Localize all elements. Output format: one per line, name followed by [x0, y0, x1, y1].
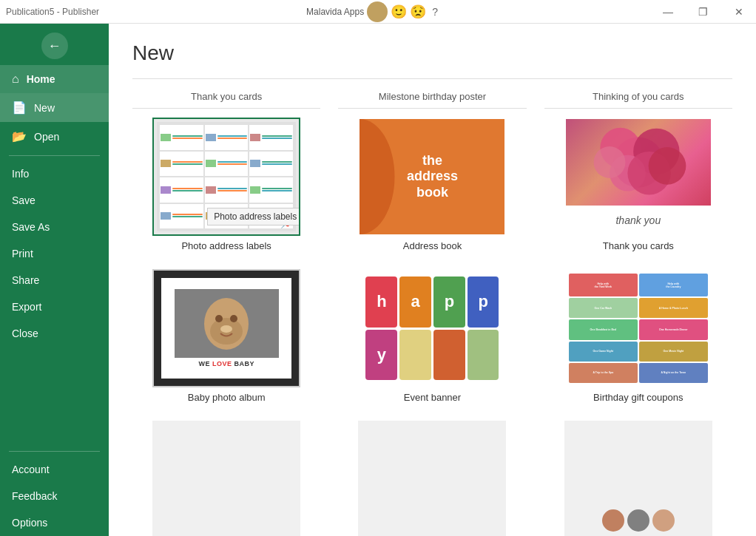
section-label-thankyou: Thank you cards [132, 91, 320, 109]
section-label-milestone: Milestone birthday poster [338, 91, 526, 109]
window-controls: — ❐ ✕ [651, 0, 756, 24]
sidebar-item-open[interactable]: 📂 Open [0, 122, 109, 151]
flower-svg [566, 119, 711, 206]
template-label-coupons: Birthday gift coupons [593, 392, 683, 403]
titlebar: Publication5 - Publisher Malavida Apps 🙂… [0, 0, 756, 24]
label-cell [205, 152, 249, 177]
banner-thumb: h a p p y [360, 271, 504, 386]
sidebar-divider-2 [9, 451, 100, 452]
banner-p2: p [468, 277, 499, 328]
close-button[interactable]: ✕ [722, 0, 756, 24]
frown-icon: 😟 [410, 4, 426, 20]
sidebar: ← ⌂ Home 📄 New 📂 Open Info Save Save As … [0, 0, 109, 536]
template-label-photo-labels: Photo address labels [181, 240, 271, 251]
coupon-10: A Night on the Town [639, 363, 708, 383]
main-content: New Thank you cards Milestone birthday p… [109, 0, 756, 536]
coupon-2: Help withthe Laundry [639, 274, 708, 296]
sidebar-item-save-as[interactable]: Save As [0, 214, 109, 240]
banner-empty1 [399, 330, 431, 381]
svg-point-5 [593, 146, 625, 178]
address-book-text: theaddressbook [407, 153, 458, 201]
malavida-label: Malavida Apps [306, 7, 364, 17]
template-grid-row2: WE LOVE BABY Baby photo album h a p p y [132, 269, 732, 421]
svg-point-10 [230, 315, 237, 322]
coupon-3: One Car Wash [569, 298, 638, 318]
svg-point-11 [220, 325, 232, 333]
coupon-9: A Trip to the Spa [569, 363, 638, 383]
template-birthday-gift-coupons[interactable]: Help withthe Yard Work Help withthe Laun… [544, 269, 732, 403]
template-thank-you-cards[interactable]: thank you Thank you cards [544, 118, 732, 251]
coupon-1: Help withthe Yard Work [569, 274, 638, 296]
options-label: Options [12, 517, 47, 529]
sidebar-item-info[interactable]: Info [0, 160, 109, 187]
account-label: Account [12, 464, 50, 475]
template-address-book[interactable]: theaddressbook Address book [338, 118, 526, 251]
template-event-banner[interactable]: h a p p y Event banner [338, 269, 526, 403]
malavida-badge: Malavida Apps 🙂 😟 ? [306, 1, 438, 22]
template-grid-row3 [132, 421, 732, 536]
pin-icon[interactable]: 📌 [280, 217, 293, 228]
sidebar-item-options[interactable]: Options [0, 509, 109, 536]
photo-labels-grid [157, 122, 296, 231]
close-label: Close [12, 328, 38, 339]
section-labels-row: Thank you cards Milestone birthday poste… [132, 91, 732, 109]
svg-point-6 [648, 147, 686, 185]
label-cell [205, 177, 249, 203]
template-label-baby: Baby photo album [188, 392, 266, 403]
banner-empty3 [468, 330, 499, 381]
template-baby-photo-album[interactable]: WE LOVE BABY Baby photo album [132, 269, 320, 403]
coupon-5: One Breakfast in Bed [569, 319, 638, 339]
page-title: New [132, 41, 732, 65]
template-label-banner: Event banner [404, 392, 461, 403]
sidebar-bottom: Account Feedback Options [0, 447, 109, 536]
label-cell [160, 125, 203, 150]
template-bottom-mid[interactable] [338, 421, 526, 536]
label-cell [249, 152, 293, 177]
sidebar-item-export[interactable]: Export [0, 294, 109, 320]
open-label: Open [34, 131, 59, 143]
avatar-1 [602, 509, 624, 532]
label-cell [160, 152, 203, 177]
label-cell [205, 204, 249, 229]
template-bottom-left[interactable] [132, 421, 320, 536]
info-label: Info [12, 168, 29, 180]
template-thumb-address-book: theaddressbook [358, 118, 506, 236]
save-as-label: Save As [12, 221, 50, 233]
sidebar-item-save[interactable]: Save [0, 187, 109, 214]
template-thumb-thank-you: thank you [564, 118, 712, 236]
label-cell [160, 204, 203, 229]
export-label: Export [12, 301, 41, 313]
template-thumb-bottom-left [152, 421, 300, 536]
share-label: Share [12, 274, 39, 286]
template-photo-address-labels[interactable]: Photo address labels 📌 Photo address lab… [132, 118, 320, 251]
address-book-thumb: theaddressbook [360, 119, 504, 234]
template-label-address-book: Address book [403, 240, 462, 251]
feedback-label: Feedback [12, 490, 57, 502]
sidebar-item-account[interactable]: Account [0, 456, 109, 483]
sidebar-item-share[interactable]: Share [0, 267, 109, 294]
home-label: Home [27, 73, 55, 85]
template-bottom-right[interactable] [544, 421, 732, 536]
sidebar-item-feedback[interactable]: Feedback [0, 483, 109, 509]
sidebar-item-new[interactable]: 📄 New [0, 93, 109, 122]
back-button[interactable]: ← [41, 33, 68, 59]
coupon-6: One Homemade Dinner [639, 319, 708, 339]
sidebar-item-home[interactable]: ⌂ Home [0, 65, 109, 93]
template-thumb-photo-labels: Photo address labels 📌 [152, 118, 300, 236]
banner-y: y [365, 330, 397, 381]
sidebar-item-print[interactable]: Print [0, 240, 109, 267]
svg-point-9 [215, 315, 223, 322]
banner-p1: p [433, 277, 465, 328]
template-browser[interactable]: New Thank you cards Milestone birthday p… [109, 24, 756, 536]
minimize-button[interactable]: — [651, 0, 685, 24]
template-thumb-banner: h a p p y [358, 269, 506, 387]
help-icon: ? [432, 6, 438, 18]
section-label-thinking: Thinking of you cards [544, 91, 732, 109]
coupon-7: One Game Night [569, 342, 638, 362]
restore-button[interactable]: ❐ [686, 0, 720, 24]
baby-text: WE LOVE BABY [198, 360, 254, 367]
template-thumb-bottom-mid [358, 421, 506, 536]
sidebar-item-close[interactable]: Close [0, 320, 109, 347]
coupon-8: One Movie Night [639, 342, 708, 362]
banner-a: a [399, 277, 431, 328]
